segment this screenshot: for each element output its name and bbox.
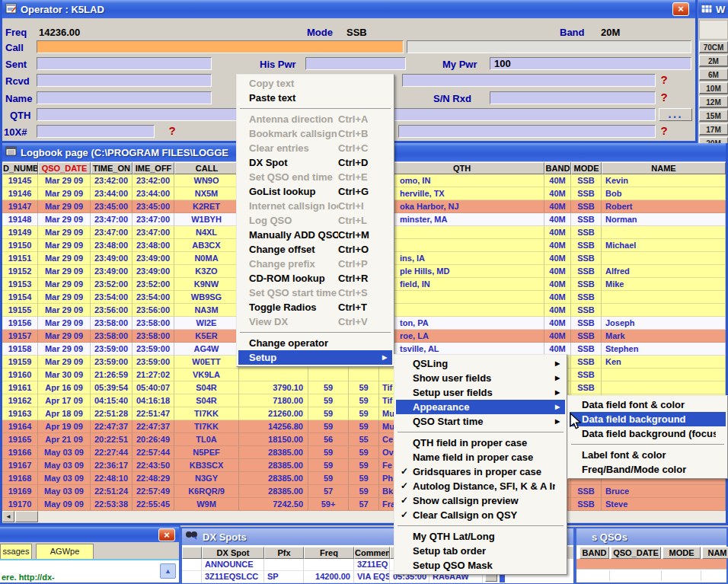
logbook-cell: Ken bbox=[602, 356, 726, 369]
menu-item-name-field-in-proper-case[interactable]: Name field in proper case bbox=[396, 450, 565, 464]
logbook-cell: omo, IN bbox=[379, 174, 544, 187]
dx-col-dx-spot[interactable]: DX Spot bbox=[202, 547, 264, 559]
logbook-col-ime-off[interactable]: IME_OFF bbox=[133, 162, 174, 174]
logbook-col-qth[interactable]: QTH bbox=[379, 162, 544, 174]
logbook-cell: VK9LA bbox=[174, 369, 239, 381]
logbook-cell: 19147 bbox=[2, 200, 38, 213]
logbook-row[interactable]: 19169May 03 0922:51:2422:57:49K6RQR/9283… bbox=[2, 485, 726, 498]
menu-item-qth-field-in-proper-case[interactable]: QTH field in proper case bbox=[396, 436, 565, 450]
logbook-row[interactable]: 19170May 09 0922:53:3822:55:45W9M7242.50… bbox=[2, 498, 726, 511]
my-pwr-input[interactable]: 100 bbox=[490, 57, 691, 70]
logbook-col-mode[interactable]: MODE bbox=[571, 162, 602, 174]
qsos-col-mode[interactable]: MODE bbox=[663, 547, 701, 559]
call-secondary-field[interactable] bbox=[407, 40, 691, 53]
name-input[interactable] bbox=[37, 91, 212, 104]
menu-item-data-field-background-focus[interactable]: Data field background (focus) bbox=[570, 426, 726, 441]
rcvd-secondary-field[interactable] bbox=[402, 74, 656, 87]
logbook-cell: Mar 29 09 bbox=[38, 304, 91, 317]
scroll-up-icon[interactable]: ▲ bbox=[160, 563, 176, 579]
logbook-cell: 56 bbox=[308, 433, 349, 446]
qsos-col-name[interactable]: NAM bbox=[702, 547, 728, 559]
tab-messages[interactable]: ssages bbox=[0, 544, 32, 559]
logbook-cell: SSB bbox=[571, 498, 602, 511]
menu-item-qso-start-time[interactable]: QSO Start time▶ bbox=[396, 414, 565, 429]
menu-separator bbox=[240, 108, 391, 109]
menu-item-show-user-fields[interactable]: Show user fields▶ bbox=[396, 371, 565, 385]
message-link-text[interactable]: ere. http://dx- bbox=[2, 573, 55, 582]
menu-item-golist-lookup[interactable]: GoList lookupCtrl+G bbox=[238, 184, 392, 199]
band-button-10m[interactable]: 10M bbox=[699, 82, 728, 94]
logbook-col-time-on[interactable]: TIME_ON bbox=[91, 162, 133, 174]
menu-item-data-field-background[interactable]: Data field background bbox=[570, 412, 726, 426]
qth-more-button[interactable]: ... bbox=[659, 108, 692, 121]
logbook-cell: 59 bbox=[349, 459, 379, 472]
band-button-6m[interactable]: 6M bbox=[699, 69, 728, 81]
qsos-col-band[interactable]: BAND bbox=[580, 547, 609, 559]
menu-item-setup[interactable]: Setup▶ bbox=[238, 350, 392, 365]
tenx-unknown-marker-2: ? bbox=[657, 124, 671, 137]
menu-item-clear-callsign-on-qsy[interactable]: ✓Clear Callsign on QSY bbox=[396, 508, 565, 522]
logbook-cell: SSB bbox=[571, 356, 602, 369]
menu-item-setup-tab-order[interactable]: Setup tab order bbox=[396, 544, 565, 558]
band-button-2m[interactable]: 2M bbox=[699, 55, 728, 67]
menu-item-setup-qso-mask[interactable]: Setup QSO Mask bbox=[396, 558, 565, 573]
logbook-col-call[interactable]: CALL bbox=[174, 162, 239, 174]
menu-item-dx-spot[interactable]: DX SpotCtrl+D bbox=[238, 155, 392, 170]
logbook-col-qso-date[interactable]: QSO_DATE bbox=[38, 162, 91, 174]
menu-item-label: Set QSO start time bbox=[249, 286, 338, 300]
menu-item-gridsquares-in-proper-case[interactable]: ✓Gridsquares in proper case bbox=[396, 464, 565, 479]
band-button-70cm[interactable]: 70CM bbox=[699, 41, 728, 53]
band-label: Band bbox=[560, 27, 585, 38]
menu-item-label: Paste text bbox=[249, 91, 338, 105]
band-button-12m[interactable]: 12M bbox=[699, 96, 728, 108]
call-input[interactable] bbox=[37, 40, 404, 53]
menu-item-autolog-distance-sfi-k-a-index[interactable]: ✓Autolog Distance, SFI, K & A Index bbox=[396, 479, 565, 493]
menu-item-freq-band-mode-color[interactable]: Freq/Band/Mode color bbox=[570, 462, 726, 477]
tab-agwpe[interactable]: AGWpe bbox=[36, 544, 94, 559]
logbook-col-d-numb[interactable]: D_NUMB bbox=[2, 162, 38, 174]
scrollbar-thumb[interactable] bbox=[15, 511, 38, 522]
band-button-17m[interactable]: 17M bbox=[699, 123, 728, 136]
menu-item-label-font-color[interactable]: Label font & color bbox=[570, 448, 726, 462]
menu-item-setup-user-fields[interactable]: Setup user fields▶ bbox=[396, 385, 565, 400]
menu-item-toggle-radios[interactable]: Toggle RadiosCtrl+T bbox=[238, 300, 392, 314]
menu-item-show-callsign-preview[interactable]: ✓Show callsign preview bbox=[396, 493, 565, 508]
logbook-cell: 14256.80 bbox=[239, 420, 308, 433]
logbook-horizontal-scrollbar[interactable]: ◄ bbox=[2, 511, 726, 522]
menu-item-data-field-font-color[interactable]: Data field font & color bbox=[570, 397, 726, 412]
scroll-left-icon[interactable]: ◄ bbox=[2, 511, 14, 522]
qsos-empty-row[interactable] bbox=[576, 559, 726, 570]
check-gutter bbox=[238, 91, 249, 105]
close-icon[interactable]: × bbox=[672, 2, 689, 16]
menu-item-paste-text[interactable]: Paste text bbox=[238, 91, 392, 105]
qsos-col-qso-date[interactable]: QSO_DATE bbox=[611, 547, 661, 559]
rcvd-input[interactable] bbox=[37, 74, 212, 87]
close-icon[interactable]: × bbox=[158, 528, 175, 541]
sn-rxd-input[interactable] bbox=[490, 91, 656, 104]
dx-col-pfx[interactable]: Pfx bbox=[264, 547, 304, 559]
tenx-secondary-field[interactable] bbox=[398, 125, 656, 138]
freq-value: 14236.00 bbox=[39, 27, 80, 38]
logbook-cell: Mar 29 09 bbox=[38, 226, 91, 239]
sent-input[interactable] bbox=[37, 57, 212, 70]
tenx-input[interactable] bbox=[37, 125, 155, 138]
band-button-15m[interactable]: 15M bbox=[699, 110, 728, 122]
logbook-cell: 28385.00 bbox=[239, 446, 308, 459]
menu-item-manually-add-qsos[interactable]: Manually ADD QSOsCtrl+M bbox=[238, 228, 392, 242]
logbook-cell: Mark bbox=[602, 330, 726, 343]
menu-item-change-operator[interactable]: Change operator bbox=[238, 336, 392, 350]
menu-item-my-qth-lat-long[interactable]: My QTH Lat/Long bbox=[396, 529, 565, 544]
logbook-row[interactable]: 19160Mar 30 0921:26:5921:27:02VK9LASSB bbox=[2, 369, 726, 381]
logbook-row[interactable]: 19161Apr 16 0905:39:5405:40:07S04R3790.1… bbox=[2, 381, 726, 394]
menu-item-qsling[interactable]: QSLing▶ bbox=[396, 356, 565, 371]
his-pwr-input[interactable] bbox=[305, 57, 406, 70]
logbook-cell: 40M bbox=[544, 252, 571, 265]
dx-col-comment[interactable]: Comment bbox=[354, 547, 390, 559]
dx-col-freq[interactable]: Freq bbox=[304, 547, 354, 559]
menu-item-change-offset[interactable]: Change offsetCtrl+O bbox=[238, 242, 392, 257]
menu-item-cd-rom-lookup[interactable]: CD-ROM lookupCtrl+R bbox=[238, 271, 392, 286]
menu-item-appearance[interactable]: Appearance▶ bbox=[396, 400, 565, 414]
dx-col-hidden-0[interactable] bbox=[182, 547, 202, 559]
logbook-col-band[interactable]: BAND bbox=[544, 162, 571, 174]
logbook-col-name[interactable]: NAME bbox=[602, 162, 726, 174]
